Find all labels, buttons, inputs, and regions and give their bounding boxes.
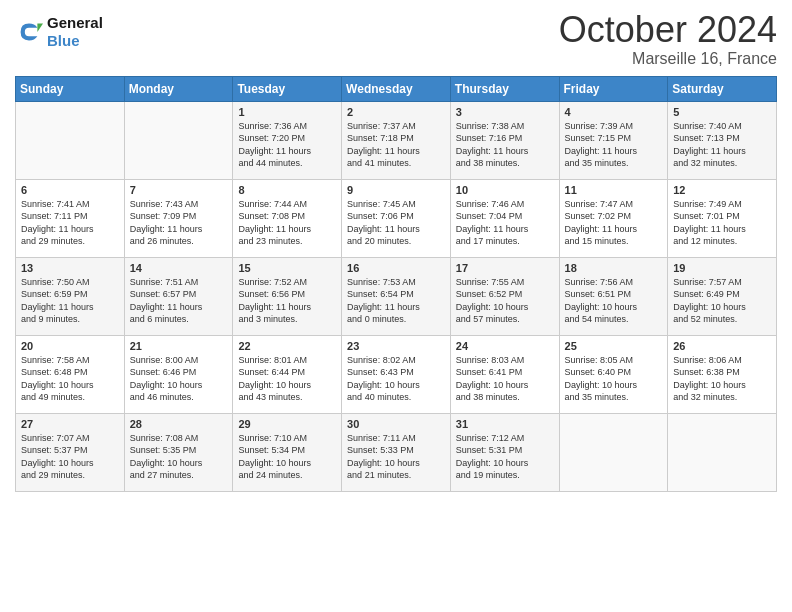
- header-day-wednesday: Wednesday: [342, 76, 451, 101]
- day-number: 15: [238, 262, 336, 274]
- day-cell: 16Sunrise: 7:53 AM Sunset: 6:54 PM Dayli…: [342, 257, 451, 335]
- day-number: 5: [673, 106, 771, 118]
- page: General Blue October 2024 Marseille 16, …: [0, 0, 792, 612]
- day-cell: 25Sunrise: 8:05 AM Sunset: 6:40 PM Dayli…: [559, 335, 668, 413]
- header-day-friday: Friday: [559, 76, 668, 101]
- week-row-1: 1Sunrise: 7:36 AM Sunset: 7:20 PM Daylig…: [16, 101, 777, 179]
- header-day-monday: Monday: [124, 76, 233, 101]
- day-cell: 13Sunrise: 7:50 AM Sunset: 6:59 PM Dayli…: [16, 257, 125, 335]
- day-cell: 24Sunrise: 8:03 AM Sunset: 6:41 PM Dayli…: [450, 335, 559, 413]
- day-cell: 8Sunrise: 7:44 AM Sunset: 7:08 PM Daylig…: [233, 179, 342, 257]
- day-number: 17: [456, 262, 554, 274]
- day-info: Sunrise: 7:50 AM Sunset: 6:59 PM Dayligh…: [21, 276, 119, 326]
- day-cell: [559, 413, 668, 491]
- day-info: Sunrise: 8:00 AM Sunset: 6:46 PM Dayligh…: [130, 354, 228, 404]
- day-number: 7: [130, 184, 228, 196]
- day-info: Sunrise: 7:55 AM Sunset: 6:52 PM Dayligh…: [456, 276, 554, 326]
- day-info: Sunrise: 7:38 AM Sunset: 7:16 PM Dayligh…: [456, 120, 554, 170]
- day-number: 21: [130, 340, 228, 352]
- day-number: 28: [130, 418, 228, 430]
- day-info: Sunrise: 8:06 AM Sunset: 6:38 PM Dayligh…: [673, 354, 771, 404]
- month-title: October 2024: [559, 10, 777, 50]
- week-row-4: 20Sunrise: 7:58 AM Sunset: 6:48 PM Dayli…: [16, 335, 777, 413]
- day-info: Sunrise: 7:36 AM Sunset: 7:20 PM Dayligh…: [238, 120, 336, 170]
- day-number: 12: [673, 184, 771, 196]
- day-info: Sunrise: 7:39 AM Sunset: 7:15 PM Dayligh…: [565, 120, 663, 170]
- day-cell: 14Sunrise: 7:51 AM Sunset: 6:57 PM Dayli…: [124, 257, 233, 335]
- day-info: Sunrise: 7:53 AM Sunset: 6:54 PM Dayligh…: [347, 276, 445, 326]
- day-cell: 30Sunrise: 7:11 AM Sunset: 5:33 PM Dayli…: [342, 413, 451, 491]
- svg-rect-0: [15, 18, 43, 46]
- day-info: Sunrise: 7:08 AM Sunset: 5:35 PM Dayligh…: [130, 432, 228, 482]
- day-number: 30: [347, 418, 445, 430]
- logo-blue: Blue: [47, 32, 80, 49]
- calendar-table: SundayMondayTuesdayWednesdayThursdayFrid…: [15, 76, 777, 492]
- day-cell: 27Sunrise: 7:07 AM Sunset: 5:37 PM Dayli…: [16, 413, 125, 491]
- day-info: Sunrise: 7:44 AM Sunset: 7:08 PM Dayligh…: [238, 198, 336, 248]
- day-cell: 11Sunrise: 7:47 AM Sunset: 7:02 PM Dayli…: [559, 179, 668, 257]
- header-row: SundayMondayTuesdayWednesdayThursdayFrid…: [16, 76, 777, 101]
- header-day-sunday: Sunday: [16, 76, 125, 101]
- week-row-5: 27Sunrise: 7:07 AM Sunset: 5:37 PM Dayli…: [16, 413, 777, 491]
- day-cell: 12Sunrise: 7:49 AM Sunset: 7:01 PM Dayli…: [668, 179, 777, 257]
- day-info: Sunrise: 7:10 AM Sunset: 5:34 PM Dayligh…: [238, 432, 336, 482]
- title-area: October 2024 Marseille 16, France: [559, 10, 777, 68]
- day-cell: 28Sunrise: 7:08 AM Sunset: 5:35 PM Dayli…: [124, 413, 233, 491]
- day-info: Sunrise: 7:43 AM Sunset: 7:09 PM Dayligh…: [130, 198, 228, 248]
- day-cell: [668, 413, 777, 491]
- day-info: Sunrise: 7:47 AM Sunset: 7:02 PM Dayligh…: [565, 198, 663, 248]
- day-info: Sunrise: 7:57 AM Sunset: 6:49 PM Dayligh…: [673, 276, 771, 326]
- day-info: Sunrise: 7:52 AM Sunset: 6:56 PM Dayligh…: [238, 276, 336, 326]
- day-number: 9: [347, 184, 445, 196]
- day-number: 2: [347, 106, 445, 118]
- logo-general: General: [47, 14, 103, 31]
- day-cell: 1Sunrise: 7:36 AM Sunset: 7:20 PM Daylig…: [233, 101, 342, 179]
- day-info: Sunrise: 7:46 AM Sunset: 7:04 PM Dayligh…: [456, 198, 554, 248]
- day-number: 23: [347, 340, 445, 352]
- day-number: 29: [238, 418, 336, 430]
- logo-text: General Blue: [47, 14, 103, 50]
- day-number: 31: [456, 418, 554, 430]
- day-cell: 9Sunrise: 7:45 AM Sunset: 7:06 PM Daylig…: [342, 179, 451, 257]
- day-info: Sunrise: 7:41 AM Sunset: 7:11 PM Dayligh…: [21, 198, 119, 248]
- day-number: 13: [21, 262, 119, 274]
- logo-area: General Blue: [15, 10, 103, 50]
- day-number: 27: [21, 418, 119, 430]
- day-info: Sunrise: 7:11 AM Sunset: 5:33 PM Dayligh…: [347, 432, 445, 482]
- day-cell: [124, 101, 233, 179]
- day-cell: 22Sunrise: 8:01 AM Sunset: 6:44 PM Dayli…: [233, 335, 342, 413]
- day-info: Sunrise: 7:12 AM Sunset: 5:31 PM Dayligh…: [456, 432, 554, 482]
- day-cell: 7Sunrise: 7:43 AM Sunset: 7:09 PM Daylig…: [124, 179, 233, 257]
- day-cell: 6Sunrise: 7:41 AM Sunset: 7:11 PM Daylig…: [16, 179, 125, 257]
- day-cell: 2Sunrise: 7:37 AM Sunset: 7:18 PM Daylig…: [342, 101, 451, 179]
- day-number: 10: [456, 184, 554, 196]
- day-info: Sunrise: 7:56 AM Sunset: 6:51 PM Dayligh…: [565, 276, 663, 326]
- day-info: Sunrise: 8:01 AM Sunset: 6:44 PM Dayligh…: [238, 354, 336, 404]
- week-row-3: 13Sunrise: 7:50 AM Sunset: 6:59 PM Dayli…: [16, 257, 777, 335]
- day-info: Sunrise: 7:45 AM Sunset: 7:06 PM Dayligh…: [347, 198, 445, 248]
- day-cell: 3Sunrise: 7:38 AM Sunset: 7:16 PM Daylig…: [450, 101, 559, 179]
- day-cell: 21Sunrise: 8:00 AM Sunset: 6:46 PM Dayli…: [124, 335, 233, 413]
- day-number: 19: [673, 262, 771, 274]
- location-subtitle: Marseille 16, France: [559, 50, 777, 68]
- day-cell: 19Sunrise: 7:57 AM Sunset: 6:49 PM Dayli…: [668, 257, 777, 335]
- day-cell: 23Sunrise: 8:02 AM Sunset: 6:43 PM Dayli…: [342, 335, 451, 413]
- day-info: Sunrise: 7:49 AM Sunset: 7:01 PM Dayligh…: [673, 198, 771, 248]
- day-cell: 20Sunrise: 7:58 AM Sunset: 6:48 PM Dayli…: [16, 335, 125, 413]
- day-number: 11: [565, 184, 663, 196]
- day-number: 25: [565, 340, 663, 352]
- day-info: Sunrise: 7:58 AM Sunset: 6:48 PM Dayligh…: [21, 354, 119, 404]
- logo-icon: [15, 18, 43, 46]
- header-day-tuesday: Tuesday: [233, 76, 342, 101]
- day-info: Sunrise: 7:07 AM Sunset: 5:37 PM Dayligh…: [21, 432, 119, 482]
- day-cell: 10Sunrise: 7:46 AM Sunset: 7:04 PM Dayli…: [450, 179, 559, 257]
- header: General Blue October 2024 Marseille 16, …: [15, 10, 777, 68]
- day-number: 16: [347, 262, 445, 274]
- day-number: 26: [673, 340, 771, 352]
- day-cell: 26Sunrise: 8:06 AM Sunset: 6:38 PM Dayli…: [668, 335, 777, 413]
- day-info: Sunrise: 7:51 AM Sunset: 6:57 PM Dayligh…: [130, 276, 228, 326]
- day-cell: 15Sunrise: 7:52 AM Sunset: 6:56 PM Dayli…: [233, 257, 342, 335]
- day-number: 24: [456, 340, 554, 352]
- day-info: Sunrise: 8:02 AM Sunset: 6:43 PM Dayligh…: [347, 354, 445, 404]
- day-cell: 18Sunrise: 7:56 AM Sunset: 6:51 PM Dayli…: [559, 257, 668, 335]
